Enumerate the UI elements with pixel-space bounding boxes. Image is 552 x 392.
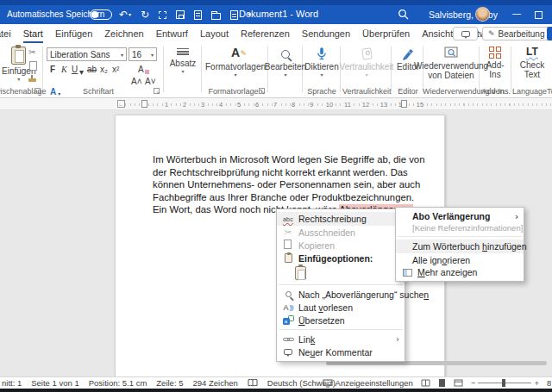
- quick-access-toolbar: ↶▾ ↻ ▾: [119, 5, 251, 24]
- print-layout-icon[interactable]: [438, 378, 446, 388]
- menu-item-cut[interactable]: ✂ Ausschneiden: [277, 226, 405, 239]
- proofing-book-icon[interactable]: [248, 378, 258, 388]
- add-ins-button[interactable]: Add- Ins: [481, 47, 509, 79]
- document-list-icon[interactable]: [230, 10, 238, 20]
- editing-mode-button[interactable]: ✎ Bearbeitung ▾: [482, 27, 552, 40]
- underline-button[interactable]: U: [72, 64, 78, 74]
- paragraph-menu-button[interactable]: Absatz ▾: [166, 48, 199, 75]
- tab-ueberpruefen[interactable]: Überprüfen: [356, 24, 416, 43]
- reuse-label-line1: Wiederverwendung: [414, 61, 488, 71]
- save-icon[interactable]: [176, 10, 185, 19]
- strikethrough-button[interactable]: ab: [87, 64, 97, 74]
- menu-item-link[interactable]: Link ›: [277, 333, 405, 345]
- font-name-select[interactable]: Liberation Sans ▾: [47, 47, 127, 61]
- horizontal-ruler[interactable]: 123456789101112131415 ∟: [0, 98, 552, 110]
- minimize-button[interactable]: —: [512, 9, 521, 18]
- menu-item-new-comment[interactable]: Neuer Kommentar: [277, 345, 405, 358]
- zoom-slider-track[interactable]: [478, 383, 531, 383]
- menu-separator: [279, 329, 403, 330]
- zoom-percentage[interactable]: 8: [547, 378, 551, 388]
- monitor-icon: [323, 379, 333, 388]
- format-painter-button[interactable]: [28, 72, 36, 82]
- tab-entwurf[interactable]: Entwurf: [150, 24, 194, 43]
- font-dialog-launcher-icon[interactable]: [154, 88, 160, 94]
- font-group-label: Schriftart: [55, 87, 141, 96]
- styles-dialog-launcher-icon[interactable]: [259, 88, 265, 94]
- maximize-button[interactable]: [535, 11, 543, 19]
- zoom-slider-thumb[interactable]: [502, 379, 505, 387]
- dictate-button[interactable]: Diktieren ▾: [304, 47, 339, 78]
- magnifier-icon: [281, 47, 290, 62]
- editing-mode-label: Bearbeitung: [499, 29, 545, 39]
- ribbon: Einfügen ▾ ✂ Zwischenablage Liberation S…: [0, 43, 552, 98]
- paste-option-keep-formatting[interactable]: [277, 264, 405, 282]
- subscript-button[interactable]: x₂: [100, 64, 108, 74]
- autosave-toggle[interactable]: [90, 9, 112, 20]
- italic-button[interactable]: K: [61, 64, 67, 74]
- font-name-value: Liberation Sans: [50, 50, 110, 59]
- search-icon: [281, 291, 295, 297]
- tab-stop-selector[interactable]: ∟: [117, 100, 125, 108]
- font-size-select[interactable]: 16 ▾: [129, 47, 157, 61]
- tab-einfuegen[interactable]: Einfügen: [49, 24, 98, 43]
- underline-caret-icon[interactable]: ▾: [79, 66, 84, 77]
- open-folder-icon[interactable]: [211, 10, 221, 20]
- menu-item-read-aloud[interactable]: A))) Laut vorlesen: [277, 301, 405, 314]
- tab-layout[interactable]: Layout: [194, 24, 235, 43]
- text-line: können Unternehmens- oder Personennamen …: [153, 178, 424, 191]
- styles-label: Formatvorlagen: [205, 62, 266, 72]
- tab-sendungen[interactable]: Sendungen: [296, 24, 356, 43]
- web-layout-icon[interactable]: [454, 379, 463, 387]
- shrink-font-button[interactable]: A˅: [145, 76, 156, 86]
- status-line-number[interactable]: Zeile: 5: [156, 378, 183, 388]
- redo-icon[interactable]: ↻: [141, 9, 149, 20]
- menu-item-spelling[interactable]: abc Rechtschreibung ›: [277, 212, 405, 226]
- submenu-item-ignore-all[interactable]: Alle ignorieren: [396, 253, 524, 266]
- status-char-count[interactable]: 294 Zeichen: [192, 378, 237, 388]
- tab-zeichnen[interactable]: Zeichnen: [98, 24, 149, 43]
- right-indent-marker[interactable]: [401, 100, 407, 108]
- undo-icon[interactable]: ↶▾: [119, 9, 131, 20]
- menu-item-copy[interactable]: Kopieren: [277, 239, 405, 252]
- comment-icon: [281, 349, 295, 355]
- cut-button[interactable]: ✂: [28, 47, 35, 57]
- share-button-partial[interactable]: [547, 27, 552, 40]
- copy-button[interactable]: [31, 60, 37, 71]
- status-section[interactable]: nitt: 1: [2, 378, 22, 388]
- menu-item-search-word[interactable]: Nach „Aboverlängerung“ suchen: [277, 288, 405, 301]
- grow-font-button[interactable]: A˄: [131, 76, 142, 86]
- chevron-down-icon: ▾: [151, 52, 154, 58]
- bold-button[interactable]: F: [50, 64, 55, 74]
- reuse-files-button[interactable]: Wiederverwendung von Dateien: [425, 47, 477, 80]
- zoom-in-icon[interactable]: +: [534, 378, 539, 388]
- tab-start[interactable]: Start: [17, 24, 49, 43]
- menu-item-paste-options: Einfügeoptionen:: [277, 252, 405, 264]
- read-mode-icon[interactable]: [421, 379, 430, 387]
- status-page-count[interactable]: Seite 1 von 1: [31, 378, 78, 388]
- sensitivity-group-label: Vertraulichkeit: [342, 87, 391, 96]
- zoom-out-icon[interactable]: −: [471, 378, 476, 388]
- editing-menu-button[interactable]: Bearbeiten ▾: [270, 47, 301, 78]
- sensitivity-button[interactable]: Vertraulichkeit ▾: [342, 47, 391, 78]
- print-preview-icon[interactable]: [194, 10, 202, 20]
- clipboard-dialog-launcher-icon[interactable]: [34, 88, 41, 94]
- status-cursor-position[interactable]: Position: 5.1 cm: [89, 378, 147, 388]
- left-indent-marker[interactable]: [141, 100, 147, 108]
- comments-button[interactable]: [453, 27, 478, 40]
- check-text-button[interactable]: LT Check Text: [514, 47, 550, 79]
- submenu-item-suggestion[interactable]: Abo Verlängerung ›: [396, 210, 524, 222]
- submenu-item-add-to-dictionary[interactable]: Zum Wörterbuch hinzufügen: [396, 240, 524, 253]
- submenu-item-see-more[interactable]: Mehr anzeigen: [396, 266, 524, 278]
- display-settings-button[interactable]: Anzeigeeinstellungen: [323, 378, 413, 388]
- touch-mode-icon[interactable]: [159, 11, 166, 19]
- styles-button[interactable]: A✎ Formatvorlagen ▾: [205, 47, 266, 78]
- zoom-slider[interactable]: − +: [471, 378, 539, 388]
- editing-label: Bearbeiten: [265, 62, 306, 72]
- superscript-button[interactable]: x²: [112, 64, 119, 74]
- chevron-down-icon: ▾: [17, 77, 20, 83]
- menu-item-translate[interactable]: a Übersetzen: [277, 314, 405, 327]
- avatar[interactable]: [475, 7, 490, 22]
- tab-referenzen[interactable]: Referenzen: [235, 24, 296, 43]
- tab-datei[interactable]: Datei: [0, 24, 17, 43]
- search-icon[interactable]: [398, 9, 409, 20]
